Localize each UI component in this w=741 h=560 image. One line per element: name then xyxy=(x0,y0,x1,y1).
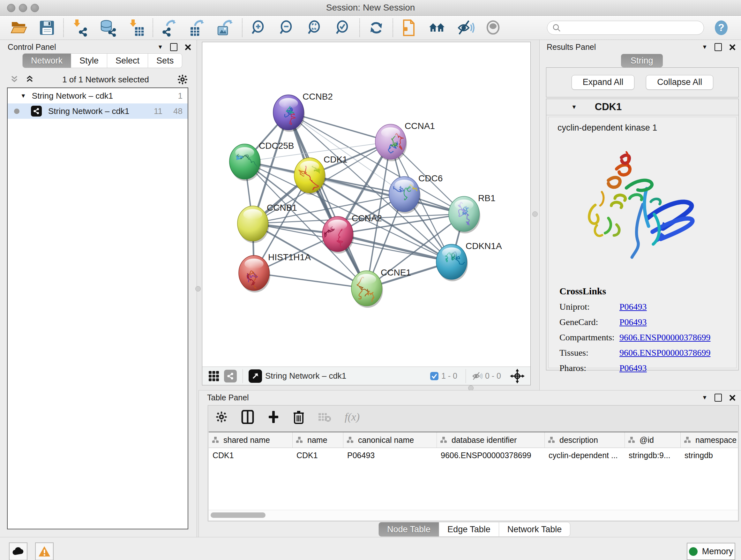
network-graph[interactable]: CCNB2CCNA1CDC25BCDK1CDC6RB1CCNB1CCNA2CDK… xyxy=(202,42,530,366)
crosslink-link[interactable]: 9606.ENSP00000378699 xyxy=(619,332,711,343)
main-toolbar: ? xyxy=(0,16,741,40)
network-collection-row[interactable]: ▼ String Network – cdk1 1 xyxy=(8,88,188,104)
tab-style[interactable]: Style xyxy=(71,53,107,68)
overview-eye-icon[interactable] xyxy=(484,18,503,37)
import-database-icon[interactable] xyxy=(99,18,118,37)
tab-string[interactable]: String xyxy=(621,54,663,67)
delete-column-trash-icon[interactable] xyxy=(293,410,305,424)
network-row[interactable]: String Network – cdk1 11 48 xyxy=(8,104,188,119)
zoom-in-icon[interactable] xyxy=(250,18,268,37)
node-CCNB2[interactable] xyxy=(273,95,305,132)
home-icon[interactable] xyxy=(428,18,447,37)
tab-sets[interactable]: Sets xyxy=(148,53,182,68)
selected-checkbox-icon[interactable] xyxy=(430,372,439,381)
refresh-icon[interactable] xyxy=(367,18,386,37)
scrollbar-thumb[interactable] xyxy=(211,512,266,518)
open-session-icon[interactable] xyxy=(10,18,28,37)
control-panel-menu-icon[interactable]: ▼ xyxy=(157,44,163,51)
column-header-canonicalname[interactable]: canonical name xyxy=(343,432,437,448)
node-CDKN1A[interactable] xyxy=(436,244,468,281)
cloud-status-button[interactable] xyxy=(9,543,27,560)
function-builder-icon[interactable]: f(x) xyxy=(345,411,360,423)
results-panel-float-icon[interactable] xyxy=(715,43,722,51)
node-RB1[interactable] xyxy=(449,196,480,233)
table-panel-close-icon[interactable] xyxy=(729,394,736,401)
snapshot-document-icon[interactable] xyxy=(400,18,419,37)
left-splitter-handle[interactable] xyxy=(195,286,201,292)
node-CCNA1[interactable] xyxy=(375,124,407,161)
results-panel-close-icon[interactable] xyxy=(729,44,736,51)
column-header-namespace[interactable]: namespace xyxy=(681,432,741,448)
warning-status-button[interactable] xyxy=(35,543,54,560)
control-panel-tabs: NetworkStyleSelectSets xyxy=(22,53,182,68)
tab-network-table[interactable]: Network Table xyxy=(499,522,570,537)
collection-expand-icon[interactable]: ▼ xyxy=(20,92,26,99)
create-column-icon[interactable] xyxy=(267,410,280,424)
table-horizontal-scrollbar[interactable] xyxy=(209,510,738,520)
collection-name: String Network – cdk1 xyxy=(32,91,113,101)
collapse-all-button[interactable]: Collapse All xyxy=(646,75,713,90)
crosslink-link[interactable]: P06493 xyxy=(619,317,647,327)
zoom-fit-icon[interactable] xyxy=(306,18,324,37)
column-header-id[interactable]: @id xyxy=(625,432,681,448)
export-image-icon[interactable] xyxy=(216,18,235,37)
column-header-databaseidentifier[interactable]: database identifier xyxy=(437,432,545,448)
search-input[interactable] xyxy=(547,21,704,35)
table-cell[interactable]: cyclin-dependent ... xyxy=(545,448,625,462)
crosslink-link[interactable]: P06493 xyxy=(619,302,647,312)
tab-edge-table[interactable]: Edge Table xyxy=(439,522,499,537)
hidden-eye-icon[interactable] xyxy=(472,371,482,381)
table-panel-menu-icon[interactable]: ▼ xyxy=(702,394,708,401)
export-network-icon[interactable] xyxy=(160,18,179,37)
network-options-gear-icon[interactable] xyxy=(177,74,188,85)
crosslink-link[interactable]: P06493 xyxy=(619,363,647,373)
right-splitter-handle[interactable] xyxy=(532,211,538,217)
gene-header[interactable]: ▼ CDK1 xyxy=(546,99,738,115)
memory-button[interactable]: Memory xyxy=(687,543,735,560)
crosslink-link[interactable]: 9606.ENSP00000378699 xyxy=(619,348,711,358)
table-cell[interactable]: stringdb:9... xyxy=(625,448,681,462)
control-panel-float-icon[interactable] xyxy=(170,43,178,51)
column-header-description[interactable]: description xyxy=(545,432,625,448)
help-button[interactable]: ? xyxy=(713,19,730,36)
table-panel-float-icon[interactable] xyxy=(715,394,722,401)
control-panel-close-icon[interactable] xyxy=(185,44,192,51)
table-settings-gear-icon[interactable] xyxy=(215,411,228,423)
network-share-view-icon[interactable] xyxy=(224,370,237,382)
table-cell[interactable]: stringdb xyxy=(681,448,741,462)
zoom-selected-icon[interactable] xyxy=(334,18,352,37)
tab-select[interactable]: Select xyxy=(107,53,148,68)
column-header-sharedname[interactable]: shared name xyxy=(209,432,293,448)
tab-network[interactable]: Network xyxy=(22,53,71,68)
node-CCNA2[interactable] xyxy=(321,216,354,253)
delete-table-icon[interactable] xyxy=(318,411,331,423)
node-CDK1[interactable] xyxy=(294,158,326,195)
table-row[interactable]: CDK1CDK1P064939606.ENSP00000378699cyclin… xyxy=(209,448,738,462)
gene-collapse-icon[interactable]: ▼ xyxy=(571,104,577,111)
table-cell[interactable]: CDK1 xyxy=(293,448,343,462)
results-panel-menu-icon[interactable]: ▼ xyxy=(702,44,708,51)
save-session-icon[interactable] xyxy=(38,18,56,37)
zoom-out-icon[interactable] xyxy=(278,18,296,37)
tab-node-table[interactable]: Node Table xyxy=(379,522,439,537)
import-table-icon[interactable] xyxy=(127,18,145,37)
import-network-icon[interactable] xyxy=(71,18,89,37)
expand-all-chevron-icon[interactable] xyxy=(25,75,35,84)
open-in-window-icon[interactable] xyxy=(249,369,262,383)
grid-view-icon[interactable] xyxy=(208,370,219,382)
table-cell[interactable]: CDK1 xyxy=(209,448,293,462)
node-HIST1H1A[interactable] xyxy=(239,255,270,293)
table-cell[interactable]: P06493 xyxy=(343,448,437,462)
node-CCNE1[interactable] xyxy=(351,271,383,308)
node-CCNB1[interactable] xyxy=(238,206,269,243)
hide-eye-icon[interactable] xyxy=(456,18,475,37)
collapse-all-chevron-icon[interactable] xyxy=(10,75,19,84)
show-columns-icon[interactable] xyxy=(241,410,254,424)
table-cell[interactable]: 9606.ENSP00000378699 xyxy=(437,448,545,462)
export-table-icon[interactable] xyxy=(188,18,207,37)
column-header-name[interactable]: name xyxy=(293,432,343,448)
crosslink-row: Uniprot:P06493 xyxy=(559,302,711,312)
birds-eye-crosshair-icon[interactable] xyxy=(510,369,525,383)
edge-HIST1H1A-CCNE1[interactable] xyxy=(254,273,367,288)
expand-all-button[interactable]: Expand All xyxy=(571,75,635,90)
